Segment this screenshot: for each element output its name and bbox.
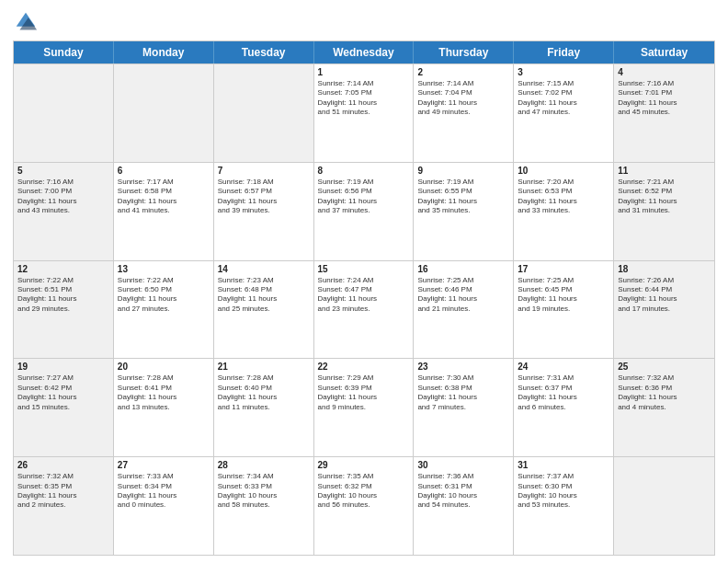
day-info: Sunrise: 7:34 AM Sunset: 6:33 PM Dayligh… [218,472,310,511]
day-number: 13 [118,264,210,274]
header-day-thursday: Thursday [414,41,514,63]
header-day-friday: Friday [514,41,614,63]
day-info: Sunrise: 7:26 AM Sunset: 6:44 PM Dayligh… [618,276,711,315]
day-number: 10 [518,166,609,176]
day-cell-12: 12Sunrise: 7:22 AM Sunset: 6:51 PM Dayli… [14,261,114,359]
day-number: 30 [417,460,509,470]
day-info: Sunrise: 7:21 AM Sunset: 6:52 PM Dayligh… [618,178,711,216]
calendar-body: 1Sunrise: 7:14 AM Sunset: 7:05 PM Daylig… [14,63,714,555]
calendar: SundayMondayTuesdayWednesdayThursdayFrid… [13,40,715,556]
day-number: 7 [218,166,310,176]
day-info: Sunrise: 7:33 AM Sunset: 6:34 PM Dayligh… [118,472,210,511]
header-day-sunday: Sunday [14,41,114,63]
day-info: Sunrise: 7:29 AM Sunset: 6:39 PM Dayligh… [318,373,410,412]
day-cell-20: 20Sunrise: 7:28 AM Sunset: 6:41 PM Dayli… [114,359,214,456]
day-number: 15 [318,264,410,274]
calendar-header: SundayMondayTuesdayWednesdayThursdayFrid… [14,41,714,63]
header-day-wednesday: Wednesday [314,41,415,63]
day-number: 23 [417,362,509,372]
empty-cell [114,64,214,162]
day-info: Sunrise: 7:30 AM Sunset: 6:38 PM Dayligh… [417,373,509,412]
week-row-4: 26Sunrise: 7:32 AM Sunset: 6:35 PM Dayli… [14,456,714,555]
day-info: Sunrise: 7:37 AM Sunset: 6:30 PM Dayligh… [518,472,609,511]
day-number: 18 [618,264,711,274]
day-number: 21 [218,362,310,372]
day-cell-31: 31Sunrise: 7:37 AM Sunset: 6:30 PM Dayli… [514,457,614,555]
logo-icon [13,9,39,35]
day-cell-26: 26Sunrise: 7:32 AM Sunset: 6:35 PM Dayli… [14,457,114,555]
day-info: Sunrise: 7:20 AM Sunset: 6:53 PM Dayligh… [518,178,609,216]
day-info: Sunrise: 7:35 AM Sunset: 6:32 PM Dayligh… [318,472,410,511]
day-cell-29: 29Sunrise: 7:35 AM Sunset: 6:32 PM Dayli… [314,457,415,555]
day-cell-6: 6Sunrise: 7:17 AM Sunset: 6:58 PM Daylig… [114,163,214,260]
day-info: Sunrise: 7:25 AM Sunset: 6:46 PM Dayligh… [417,276,509,315]
day-cell-25: 25Sunrise: 7:32 AM Sunset: 6:36 PM Dayli… [614,359,714,456]
day-number: 12 [17,264,109,274]
day-number: 6 [118,166,210,176]
day-cell-16: 16Sunrise: 7:25 AM Sunset: 6:46 PM Dayli… [414,261,514,359]
empty-cell [214,64,314,162]
day-number: 4 [618,67,711,77]
page-header [13,9,715,35]
day-cell-18: 18Sunrise: 7:26 AM Sunset: 6:44 PM Dayli… [614,261,714,359]
page-container: SundayMondayTuesdayWednesdayThursdayFrid… [0,0,728,563]
day-number: 14 [218,264,310,274]
day-number: 22 [318,362,410,372]
day-info: Sunrise: 7:15 AM Sunset: 7:02 PM Dayligh… [518,79,609,118]
day-number: 11 [618,166,711,176]
day-cell-21: 21Sunrise: 7:28 AM Sunset: 6:40 PM Dayli… [214,359,314,456]
day-number: 5 [17,166,109,176]
day-number: 9 [417,166,509,176]
day-number: 17 [518,264,609,274]
day-info: Sunrise: 7:32 AM Sunset: 6:35 PM Dayligh… [17,472,109,511]
day-info: Sunrise: 7:27 AM Sunset: 6:42 PM Dayligh… [17,373,109,412]
day-cell-14: 14Sunrise: 7:23 AM Sunset: 6:48 PM Dayli… [214,261,314,359]
week-row-1: 5Sunrise: 7:16 AM Sunset: 7:00 PM Daylig… [14,162,714,260]
day-cell-8: 8Sunrise: 7:19 AM Sunset: 6:56 PM Daylig… [314,163,415,260]
day-info: Sunrise: 7:16 AM Sunset: 7:00 PM Dayligh… [17,178,109,216]
day-number: 29 [318,460,410,470]
day-cell-7: 7Sunrise: 7:18 AM Sunset: 6:57 PM Daylig… [214,163,314,260]
day-number: 26 [17,460,109,470]
day-info: Sunrise: 7:22 AM Sunset: 6:51 PM Dayligh… [17,276,109,315]
day-number: 8 [318,166,410,176]
day-info: Sunrise: 7:23 AM Sunset: 6:48 PM Dayligh… [218,276,310,315]
day-info: Sunrise: 7:25 AM Sunset: 6:45 PM Dayligh… [518,276,609,315]
logo [13,9,42,35]
empty-cell [14,64,114,162]
day-cell-1: 1Sunrise: 7:14 AM Sunset: 7:05 PM Daylig… [314,64,415,162]
day-info: Sunrise: 7:28 AM Sunset: 6:41 PM Dayligh… [118,373,210,412]
day-cell-27: 27Sunrise: 7:33 AM Sunset: 6:34 PM Dayli… [114,457,214,555]
empty-cell [614,457,714,555]
day-info: Sunrise: 7:14 AM Sunset: 7:05 PM Dayligh… [318,79,410,118]
day-info: Sunrise: 7:24 AM Sunset: 6:47 PM Dayligh… [318,276,410,315]
week-row-3: 19Sunrise: 7:27 AM Sunset: 6:42 PM Dayli… [14,358,714,456]
day-info: Sunrise: 7:18 AM Sunset: 6:57 PM Dayligh… [218,178,310,216]
day-cell-2: 2Sunrise: 7:14 AM Sunset: 7:04 PM Daylig… [414,64,514,162]
day-cell-4: 4Sunrise: 7:16 AM Sunset: 7:01 PM Daylig… [614,64,714,162]
header-day-saturday: Saturday [614,41,714,63]
day-cell-17: 17Sunrise: 7:25 AM Sunset: 6:45 PM Dayli… [514,261,614,359]
day-cell-3: 3Sunrise: 7:15 AM Sunset: 7:02 PM Daylig… [514,64,614,162]
day-info: Sunrise: 7:28 AM Sunset: 6:40 PM Dayligh… [218,373,310,412]
day-cell-5: 5Sunrise: 7:16 AM Sunset: 7:00 PM Daylig… [14,163,114,260]
day-cell-28: 28Sunrise: 7:34 AM Sunset: 6:33 PM Dayli… [214,457,314,555]
day-cell-30: 30Sunrise: 7:36 AM Sunset: 6:31 PM Dayli… [414,457,514,555]
day-number: 24 [518,362,609,372]
day-info: Sunrise: 7:32 AM Sunset: 6:36 PM Dayligh… [618,373,711,412]
day-cell-11: 11Sunrise: 7:21 AM Sunset: 6:52 PM Dayli… [614,163,714,260]
day-number: 31 [518,460,609,470]
week-row-0: 1Sunrise: 7:14 AM Sunset: 7:05 PM Daylig… [14,63,714,162]
day-number: 25 [618,362,711,372]
day-cell-10: 10Sunrise: 7:20 AM Sunset: 6:53 PM Dayli… [514,163,614,260]
day-number: 19 [17,362,109,372]
day-number: 2 [417,67,509,77]
day-cell-23: 23Sunrise: 7:30 AM Sunset: 6:38 PM Dayli… [414,359,514,456]
day-info: Sunrise: 7:31 AM Sunset: 6:37 PM Dayligh… [518,373,609,412]
day-info: Sunrise: 7:17 AM Sunset: 6:58 PM Dayligh… [118,178,210,216]
header-day-monday: Monday [114,41,214,63]
day-cell-9: 9Sunrise: 7:19 AM Sunset: 6:55 PM Daylig… [414,163,514,260]
day-number: 1 [318,67,410,77]
day-cell-15: 15Sunrise: 7:24 AM Sunset: 6:47 PM Dayli… [314,261,415,359]
day-cell-13: 13Sunrise: 7:22 AM Sunset: 6:50 PM Dayli… [114,261,214,359]
